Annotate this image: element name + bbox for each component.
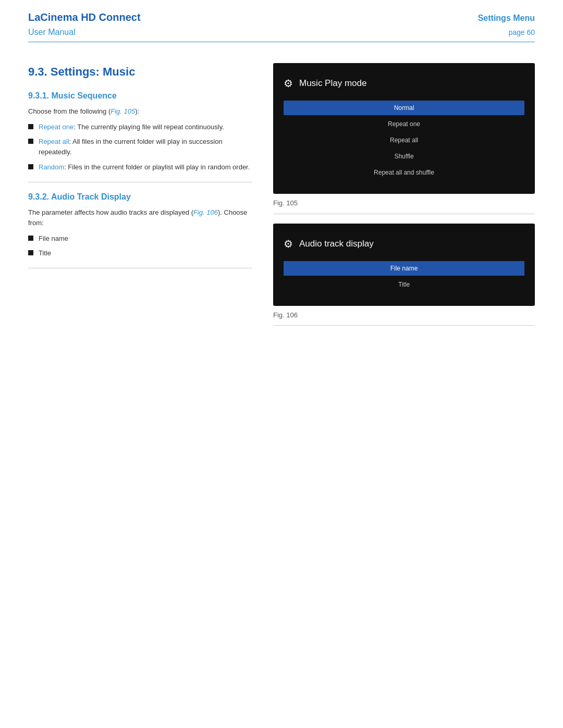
divider-931 bbox=[28, 182, 252, 182]
list-item: File name bbox=[28, 233, 252, 244]
list-item: Random: Files in the current folder or p… bbox=[28, 162, 252, 172]
subsection-932-intro: The parameter affects how audio tracks a… bbox=[28, 207, 252, 228]
gear-icon: ⚙ bbox=[284, 76, 293, 91]
menu-item-title[interactable]: Title bbox=[284, 277, 524, 292]
main-content: 9.3. Settings: Music 9.3.1. Music Sequen… bbox=[0, 42, 563, 356]
figure-105-caption: Fig. 105 bbox=[273, 198, 535, 214]
figure-106-caption: Fig. 106 bbox=[273, 310, 535, 326]
section-label: Settings Menu bbox=[478, 12, 535, 24]
bullet-icon bbox=[28, 139, 33, 144]
doc-type: User Manual bbox=[28, 26, 76, 39]
fig105-ref: Fig. 105 bbox=[111, 107, 135, 115]
bullet-icon bbox=[28, 124, 33, 129]
section-title: 9.3. Settings: Music bbox=[28, 63, 252, 80]
figure-106-title-row: ⚙ Audio track display bbox=[284, 236, 524, 252]
list-item: Repeat one: The currently playing file w… bbox=[28, 122, 252, 132]
page-header: LaCinema HD Connect Settings Menu User M… bbox=[0, 0, 563, 42]
menu-item-shuffle[interactable]: Shuffle bbox=[284, 149, 524, 164]
menu-item-file-name[interactable]: File name bbox=[284, 261, 524, 276]
bullet-label: Random bbox=[39, 163, 64, 171]
figure-105-title: Music Play mode bbox=[299, 77, 366, 90]
product-title: LaCinema HD Connect bbox=[28, 9, 141, 25]
left-column: 9.3. Settings: Music 9.3.1. Music Sequen… bbox=[28, 63, 252, 335]
figure-106-title: Audio track display bbox=[299, 237, 374, 251]
divider-932 bbox=[28, 268, 252, 268]
figure-106-menu: File name Title bbox=[284, 261, 524, 292]
figure-105-panel: ⚙ Music Play mode Normal Repeat one Repe… bbox=[273, 63, 535, 194]
music-sequence-list: Repeat one: The currently playing file w… bbox=[28, 122, 252, 172]
bullet-icon bbox=[28, 236, 33, 241]
bullet-label: Repeat all bbox=[39, 138, 69, 145]
menu-item-repeat-one[interactable]: Repeat one bbox=[284, 117, 524, 131]
figure-106-panel: ⚙ Audio track display File name Title bbox=[273, 224, 535, 306]
figure-105-title-row: ⚙ Music Play mode bbox=[284, 76, 524, 91]
bullet-icon bbox=[28, 250, 33, 255]
list-item: Title bbox=[28, 248, 252, 258]
fig106-ref: Fig. 106 bbox=[193, 208, 218, 216]
menu-item-repeat-all-shuffle[interactable]: Repeat all and shuffle bbox=[284, 165, 524, 180]
subsection-931-title: 9.3.1. Music Sequence bbox=[28, 90, 252, 102]
right-column: ⚙ Music Play mode Normal Repeat one Repe… bbox=[273, 63, 535, 335]
subsection-932-title: 9.3.2. Audio Track Display bbox=[28, 191, 252, 203]
menu-item-repeat-all[interactable]: Repeat all bbox=[284, 133, 524, 147]
audio-track-list: File name Title bbox=[28, 233, 252, 258]
figure-105-menu: Normal Repeat one Repeat all Shuffle Rep… bbox=[284, 101, 524, 180]
list-item: Repeat all: All files in the current fol… bbox=[28, 137, 252, 157]
bullet-icon bbox=[28, 164, 33, 169]
menu-item-normal[interactable]: Normal bbox=[284, 101, 524, 115]
page-number: page 60 bbox=[508, 27, 535, 38]
gear-icon: ⚙ bbox=[284, 236, 293, 252]
bullet-label: Repeat one bbox=[39, 123, 74, 131]
subsection-931-intro: Choose from the following (Fig. 105): bbox=[28, 106, 252, 117]
